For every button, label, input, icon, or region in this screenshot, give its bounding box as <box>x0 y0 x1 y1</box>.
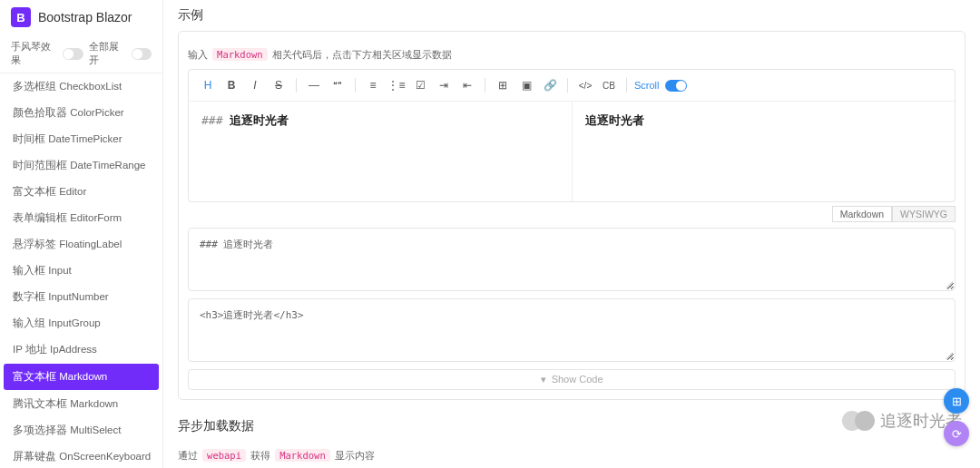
sidebar-item[interactable]: 富文本框 Markdown <box>4 364 159 390</box>
fab-help-icon[interactable]: ⟳ <box>944 421 969 446</box>
sidebar-item[interactable]: 输入框 Input <box>0 258 162 284</box>
outdent-icon[interactable]: ⇤ <box>457 75 477 95</box>
markdown-tag: Markdown <box>275 449 330 462</box>
tab-wysiwyg[interactable]: WYSIWYG <box>892 206 956 222</box>
indent-icon[interactable]: ⇥ <box>434 75 454 95</box>
ul-icon[interactable]: ≡ <box>363 75 383 95</box>
sidebar-item[interactable]: 多选框组 CheckboxList <box>0 73 162 100</box>
editor-preview-pane: 追逐时光者 <box>573 102 956 201</box>
floating-buttons: ⊞ ⟳ <box>944 388 969 446</box>
heading-icon[interactable]: H <box>198 75 218 95</box>
markdown-tag: Markdown <box>212 48 268 61</box>
example-card: 输入 Markdown 相关代码后，点击下方相关区域显示数据 H B I S —… <box>178 31 965 400</box>
expand-switch[interactable] <box>132 48 152 60</box>
strike-icon[interactable]: S <box>269 75 289 95</box>
sidebar-nav[interactable]: 多选框组 CheckboxList颜色拾取器 ColorPicker时间框 Da… <box>0 73 162 468</box>
sidebar-item[interactable]: 颜色拾取器 ColorPicker <box>0 100 162 126</box>
sidebar-item[interactable]: 富文本框 Editor <box>0 179 162 205</box>
editor-mode-tabs: Markdown WYSIWYG <box>188 206 956 222</box>
resize-handle-icon[interactable] <box>944 279 953 288</box>
example-description: 输入 Markdown 相关代码后，点击下方相关区域显示数据 <box>188 48 956 62</box>
resize-handle-icon[interactable] <box>944 350 953 359</box>
sidebar-toggles: 手风琴效果 全部展开 <box>0 34 162 73</box>
editor-toolbar: H B I S — ❝❞ ≡ ⋮≡ ☑ ⇥ ⇤ ⊞ ▣ 🔗 <box>189 70 955 102</box>
scroll-label: Scroll <box>634 80 660 91</box>
brand-logo: B <box>11 7 31 27</box>
brand: B Bootstrap Blazor <box>0 0 162 34</box>
brand-title: Bootstrap Blazor <box>38 10 132 24</box>
preview-heading: 追逐时光者 <box>585 112 943 129</box>
sidebar-item[interactable]: 悬浮标签 FloatingLabel <box>0 231 162 258</box>
scroll-sync-toggle[interactable] <box>665 80 687 92</box>
section-title-example: 示例 <box>178 0 965 31</box>
sidebar-item[interactable]: 屏幕键盘 OnScreenKeyboard <box>0 444 162 468</box>
task-icon[interactable]: ☑ <box>410 75 430 95</box>
sidebar: B Bootstrap Blazor 手风琴效果 全部展开 多选框组 Check… <box>0 0 163 468</box>
quote-icon[interactable]: ❝❞ <box>328 75 348 95</box>
sidebar-item[interactable]: 时间范围框 DateTimeRange <box>0 152 162 179</box>
fab-windows-icon[interactable]: ⊞ <box>944 388 969 414</box>
tab-markdown[interactable]: Markdown <box>832 206 892 222</box>
sidebar-item[interactable]: 输入组 InputGroup <box>0 310 162 336</box>
italic-icon[interactable]: I <box>245 75 265 95</box>
code-icon[interactable]: </> <box>575 75 595 95</box>
sidebar-item[interactable]: IP 地址 IpAddress <box>0 336 162 363</box>
table-icon[interactable]: ⊞ <box>493 75 513 95</box>
html-output[interactable]: <h3>追逐时光者</h3> <box>188 298 956 362</box>
webapi-tag: webapi <box>202 449 246 462</box>
accordion-label: 手风琴效果 <box>11 40 57 67</box>
sidebar-item[interactable]: 数字框 InputNumber <box>0 284 162 310</box>
image-icon[interactable]: ▣ <box>516 75 536 95</box>
hr-icon[interactable]: — <box>304 75 324 95</box>
bold-icon[interactable]: B <box>221 75 241 95</box>
main-content: 示例 输入 Markdown 相关代码后，点击下方相关区域显示数据 H B I … <box>163 0 980 468</box>
sidebar-item[interactable]: 表单编辑框 EditorForm <box>0 205 162 231</box>
markdown-output[interactable]: ### 追逐时光者 <box>188 228 956 291</box>
show-code-button[interactable]: ▾ Show Code <box>188 369 956 390</box>
codeblock-icon[interactable]: CB <box>599 75 619 95</box>
accordion-switch[interactable] <box>63 48 83 60</box>
expand-label: 全部展开 <box>89 40 126 67</box>
ol-icon[interactable]: ⋮≡ <box>387 75 407 95</box>
sidebar-item[interactable]: 时间框 DateTimePicker <box>0 126 162 152</box>
link-icon[interactable]: 🔗 <box>540 75 560 95</box>
editor-source-pane[interactable]: ### 追逐时光者 <box>189 102 573 201</box>
async-description: 通过 webapi 获得 Markdown 显示内容 <box>178 449 965 463</box>
markdown-editor: H B I S — ❝❞ ≡ ⋮≡ ☑ ⇥ ⇤ ⊞ ▣ 🔗 <box>188 69 956 202</box>
editor-panes: ### 追逐时光者 追逐时光者 <box>189 102 955 201</box>
sidebar-item[interactable]: 多项选择器 MultiSelect <box>0 417 162 444</box>
section-title-async: 异步加载数据 <box>178 411 965 442</box>
sidebar-item[interactable]: 腾讯文本框 Markdown <box>0 391 162 417</box>
